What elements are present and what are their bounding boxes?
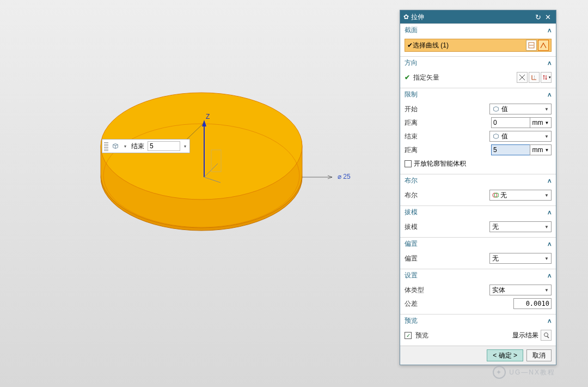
show-result-button[interactable] [541, 330, 552, 341]
close-icon[interactable]: ✕ [543, 13, 553, 21]
boolean-combo[interactable]: 无▼ [489, 190, 552, 201]
body-type-label: 体类型 [405, 286, 489, 295]
section-header-limit[interactable]: 限制ʌ [400, 88, 556, 101]
start-type-combo[interactable]: 值▼ [489, 104, 552, 114]
vector-axis-icon[interactable]: ⋮ [529, 72, 540, 83]
unit-combo[interactable]: mm▼ [530, 144, 552, 155]
check-icon: ✔ [407, 41, 413, 49]
open-profile-label: 开放轮廓智能体积 [414, 159, 466, 168]
chevron-up-icon: ʌ [548, 272, 552, 279]
select-curve-label: 选择曲线 (1) [413, 41, 525, 50]
section-header-preview[interactable]: 预览ʌ [400, 314, 556, 327]
end-distance-input[interactable] [491, 144, 530, 155]
chevron-down-icon[interactable]: ▾ [182, 144, 188, 149]
diameter-label: ⌀ 25 [338, 173, 351, 180]
tolerance-label: 公差 [405, 299, 513, 309]
svg-line-2 [328, 177, 332, 179]
wechat-icon: ✦ [493, 366, 506, 379]
chevron-up-icon: ʌ [548, 27, 552, 34]
end-label: 结束 [405, 132, 489, 141]
curve-rule-icon[interactable] [538, 40, 549, 51]
draft-label: 拔模 [405, 222, 489, 232]
ok-button[interactable]: < 确定 > [487, 349, 523, 361]
cancel-button[interactable]: 取消 [526, 349, 552, 361]
dialog-titlebar[interactable]: ✿ 拉伸 ↻ ✕ [400, 10, 556, 23]
section-header-boolean[interactable]: 布尔ʌ [400, 174, 556, 187]
section-header-section[interactable]: 截面ʌ [400, 23, 556, 37]
preview-checkbox[interactable]: ✓ [405, 332, 412, 339]
reset-icon[interactable]: ↻ [533, 13, 543, 21]
unit-combo[interactable]: mm▼ [530, 117, 552, 128]
vector-label: 指定矢量 [413, 73, 439, 82]
chevron-up-icon: ʌ [548, 91, 552, 98]
chevron-down-icon[interactable]: ▾ [122, 144, 128, 149]
preview-check-label: 预览 [415, 331, 428, 340]
end-type-combo[interactable]: 值▼ [489, 131, 552, 142]
axis-z-label: Z [206, 113, 210, 120]
gear-icon: ✿ [403, 13, 409, 21]
chevron-up-icon: ʌ [548, 240, 552, 247]
chevron-up-icon: ʌ [548, 59, 552, 66]
reverse-direction-icon[interactable]: ▾ [541, 72, 552, 83]
show-result-label: 显示结果 [512, 331, 538, 340]
offset-combo[interactable]: 无▼ [489, 253, 552, 264]
section-header-offset[interactable]: 偏置ʌ [400, 237, 556, 250]
select-curve-row[interactable]: ✔ 选择曲线 (1) [405, 39, 552, 52]
chevron-up-icon: ʌ [548, 209, 552, 216]
body-type-combo[interactable]: 实体▼ [489, 285, 552, 295]
vector-constructor-icon[interactable] [517, 72, 528, 83]
watermark: ✦ UG—NX教程 [493, 366, 555, 379]
chevron-up-icon: ʌ [548, 177, 552, 184]
svg-line-1 [328, 176, 332, 177]
start-distance-input[interactable] [491, 117, 530, 128]
floatbar-label: 结束 [130, 142, 145, 151]
grip-icon[interactable] [104, 141, 108, 151]
section-header-draft[interactable]: 拔模ʌ [400, 205, 556, 219]
tolerance-input[interactable] [513, 298, 552, 309]
boolean-label: 布尔 [405, 191, 489, 200]
draft-combo[interactable]: 无▼ [489, 221, 552, 232]
offset-label: 偏置 [405, 254, 489, 263]
svg-point-15 [544, 333, 548, 337]
svg-line-16 [547, 336, 549, 338]
sketch-section-icon[interactable] [526, 40, 537, 51]
section-header-settings[interactable]: 设置ʌ [400, 269, 556, 282]
check-icon: ✔ [405, 74, 410, 81]
cube-icon[interactable] [111, 141, 120, 151]
distance1-label: 距离 [405, 118, 491, 128]
distance2-label: 距离 [405, 146, 491, 155]
floatbar-value-input[interactable] [148, 141, 180, 151]
extrude-end-floatbar[interactable]: ▾ 结束 ▾ [102, 139, 190, 153]
dialog-footer: < 确定 > 取消 [400, 346, 556, 365]
start-label: 开始 [405, 105, 489, 114]
chevron-up-icon: ʌ [548, 317, 552, 324]
section-header-direction[interactable]: 方向ʌ [400, 56, 556, 69]
dialog-title: 拉伸 [411, 13, 533, 22]
open-profile-checkbox[interactable] [405, 160, 412, 167]
extrude-dialog: ✿ 拉伸 ↻ ✕ 截面ʌ ✔ 选择曲线 (1) 方向ʌ ✔指定矢量 ⋮ ▾ 限制… [400, 10, 556, 365]
